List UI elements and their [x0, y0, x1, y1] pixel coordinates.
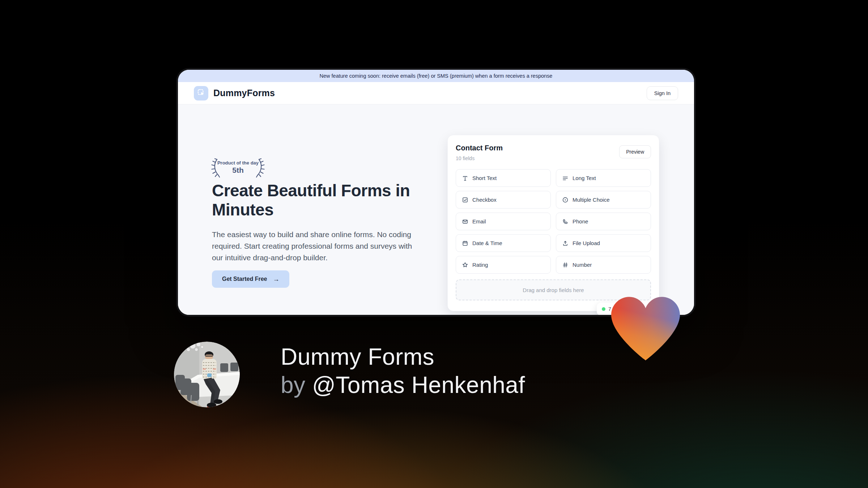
panel-header: Contact Form 10 fields Preview: [456, 144, 651, 161]
field-tile-star[interactable]: Rating: [456, 256, 551, 274]
selection-cursor-icon: [197, 88, 205, 98]
envelope-icon: [462, 218, 468, 225]
announcement-text: New feature coming soon: receive emails …: [320, 73, 553, 79]
field-tile-calendar[interactable]: Date & Time: [456, 234, 551, 252]
field-label: Rating: [472, 262, 488, 268]
brand-name: DummyForms: [213, 88, 275, 98]
sign-in-button[interactable]: Sign In: [647, 86, 678, 100]
field-label: Phone: [573, 218, 588, 224]
field-tile-short-text[interactable]: Short Text: [456, 169, 551, 187]
drop-zone-label: Drag and drop fields here: [523, 287, 584, 293]
field-label: Long Text: [573, 175, 596, 181]
site-header: DummyForms Sign In: [178, 82, 694, 104]
field-count: 10 fields: [456, 155, 503, 161]
online-dot-icon: [602, 307, 605, 311]
field-label: Checkbox: [472, 197, 497, 203]
star-icon: [462, 262, 468, 268]
credit-byline: by @Tomas Henkenhaf: [281, 371, 525, 399]
field-label: Date & Time: [472, 240, 502, 246]
get-started-label: Get Started Free: [222, 276, 267, 282]
credit-title: Dummy Forms: [281, 343, 525, 371]
panel-titles: Contact Form 10 fields: [456, 144, 503, 161]
announcement-banner: New feature coming soon: receive emails …: [178, 70, 694, 82]
field-tile-phone[interactable]: Phone: [556, 213, 651, 230]
phone-icon: [562, 218, 569, 225]
field-label: Number: [573, 262, 592, 268]
preview-button[interactable]: Preview: [619, 145, 651, 158]
field-tile-checkbox[interactable]: Checkbox: [456, 191, 551, 209]
get-started-button[interactable]: Get Started Free →: [212, 270, 289, 288]
byline-prefix: by: [281, 372, 306, 398]
form-builder-panel: Contact Form 10 fields Preview Short Tex…: [447, 135, 659, 311]
field-tile-radio[interactable]: Multiple Choice: [556, 191, 651, 209]
short-text-icon: [462, 175, 468, 181]
page: New feature coming soon: receive emails …: [0, 0, 868, 488]
field-label: File Upload: [573, 240, 600, 246]
status-value: 7: [608, 306, 611, 312]
upload-icon: [562, 240, 569, 247]
radio-icon: [562, 197, 569, 203]
page-title: Create Beautiful Forms in Minutes: [212, 181, 420, 220]
field-label: Multiple Choice: [573, 197, 610, 203]
author-handle: @Tomas Henkenhaf: [312, 372, 525, 398]
webpage: New feature coming soon: receive emails …: [178, 70, 694, 315]
field-tile-upload[interactable]: File Upload: [556, 234, 651, 252]
fields-grid: Short TextLong TextCheckboxMultiple Choi…: [456, 169, 651, 274]
heart-icon: [611, 296, 680, 361]
hash-icon: [562, 262, 569, 268]
hero-section: Product of the day 5th Create Beautiful …: [178, 104, 694, 315]
award-label: Product of the day: [210, 160, 265, 166]
field-label: Email: [472, 218, 486, 224]
field-label: Short Text: [472, 175, 497, 181]
form-title: Contact Form: [456, 144, 503, 152]
arrow-right-icon: →: [273, 275, 279, 283]
hero-description: The easiest way to build and share onlin…: [212, 229, 424, 264]
product-of-the-day-badge: Product of the day 5th: [210, 157, 265, 178]
brand-logo[interactable]: [194, 86, 208, 100]
award-rank: 5th: [210, 166, 265, 175]
browser-window: New feature coming soon: receive emails …: [176, 68, 696, 317]
calendar-icon: [462, 240, 468, 247]
field-tile-hash[interactable]: Number: [556, 256, 651, 274]
credit-text: Dummy Forms by @Tomas Henkenhaf: [281, 343, 525, 399]
award-text: Product of the day 5th: [210, 160, 265, 175]
field-tile-long-text[interactable]: Long Text: [556, 169, 651, 187]
long-text-icon: [562, 175, 569, 181]
maker-avatar: [174, 342, 240, 407]
field-tile-envelope[interactable]: Email: [456, 213, 551, 230]
checkbox-icon: [462, 197, 468, 203]
